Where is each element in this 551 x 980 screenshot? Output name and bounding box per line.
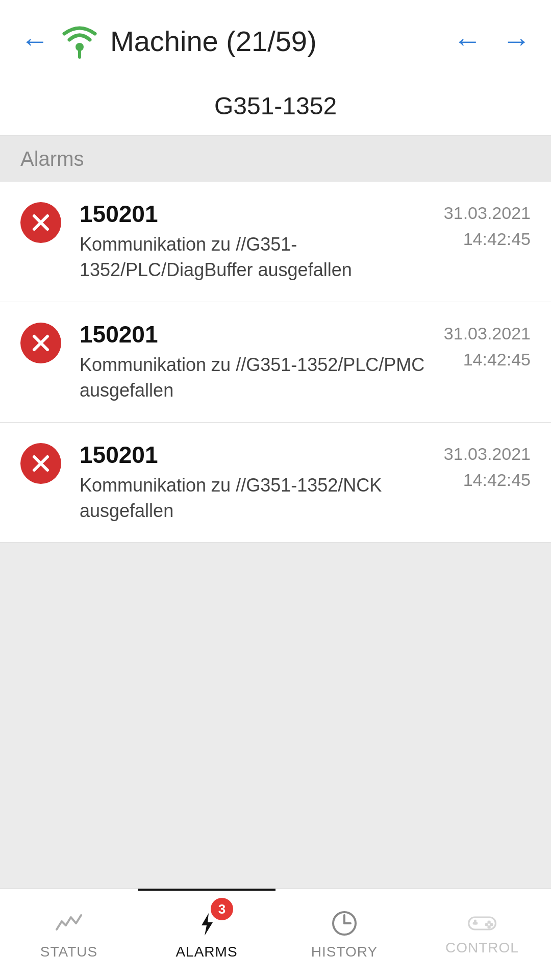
tab-status-label: STATUS (40, 944, 97, 960)
history-icon (330, 909, 359, 940)
alarm-content: 150201 Kommunikation zu //G351-1352/NCK … (80, 441, 434, 524)
tab-alarms-label: ALARMS (176, 944, 237, 960)
alarm-description: Kommunikation zu //G351-1352/PLC/PMC aus… (80, 352, 434, 404)
alarm-content: 150201 Kommunikation zu //G351-1352/PLC/… (80, 200, 434, 283)
tab-alarms[interactable]: 3 ALARMS (138, 889, 276, 980)
alarm-item[interactable]: 150201 Kommunikation zu //G351-1352/PLC/… (0, 182, 551, 302)
next-machine-button[interactable]: → (502, 27, 531, 55)
alarm-timestamp: 31.03.2021 14:42:45 (444, 321, 531, 373)
alarm-description: Kommunikation zu //G351-1352/PLC/DiagBuf… (80, 232, 434, 283)
antenna-icon (59, 20, 100, 61)
alarms-badge: 3 (211, 898, 233, 920)
alarm-timestamp: 31.03.2021 14:42:45 (444, 441, 531, 493)
alarm-error-icon (20, 202, 61, 243)
nav-arrows: ← → (453, 27, 531, 55)
control-icon (468, 913, 496, 936)
tab-history[interactable]: HISTORY (276, 889, 413, 980)
tab-history-label: HISTORY (311, 944, 378, 960)
svg-point-17 (485, 923, 488, 926)
status-icon (55, 909, 83, 940)
alarm-code: 150201 (80, 321, 434, 348)
alarm-item[interactable]: 150201 Kommunikation zu //G351-1352/NCK … (0, 423, 551, 543)
alarm-description: Kommunikation zu //G351-1352/NCK ausgefa… (80, 473, 434, 524)
section-alarms-label: Alarms (0, 136, 551, 182)
svg-marker-8 (202, 913, 213, 936)
svg-point-16 (490, 923, 493, 926)
machine-name: G351-1352 (0, 77, 551, 136)
alarms-list: 150201 Kommunikation zu //G351-1352/PLC/… (0, 182, 551, 543)
back-button[interactable]: ← (20, 27, 49, 55)
tab-control-label: CONTROL (445, 940, 519, 956)
svg-rect-14 (474, 919, 477, 924)
alarm-error-icon (20, 443, 61, 484)
bottom-navigation: STATUS 3 ALARMS HISTORY (0, 888, 551, 980)
prev-machine-button[interactable]: ← (453, 27, 482, 55)
alarm-content: 150201 Kommunikation zu //G351-1352/PLC/… (80, 321, 434, 404)
tab-control[interactable]: CONTROL (413, 889, 551, 980)
alarm-error-icon (20, 323, 61, 363)
header: ← Machine (21/59) ← → (0, 0, 551, 77)
alarm-item[interactable]: 150201 Kommunikation zu //G351-1352/PLC/… (0, 302, 551, 423)
alarm-code: 150201 (80, 200, 434, 228)
page-title: Machine (21/59) (110, 24, 453, 58)
svg-point-15 (487, 920, 490, 923)
alarm-code: 150201 (80, 441, 434, 469)
svg-point-18 (487, 925, 490, 928)
tab-status[interactable]: STATUS (0, 889, 138, 980)
alarm-timestamp: 31.03.2021 14:42:45 (444, 200, 531, 252)
empty-content-area (0, 543, 551, 900)
